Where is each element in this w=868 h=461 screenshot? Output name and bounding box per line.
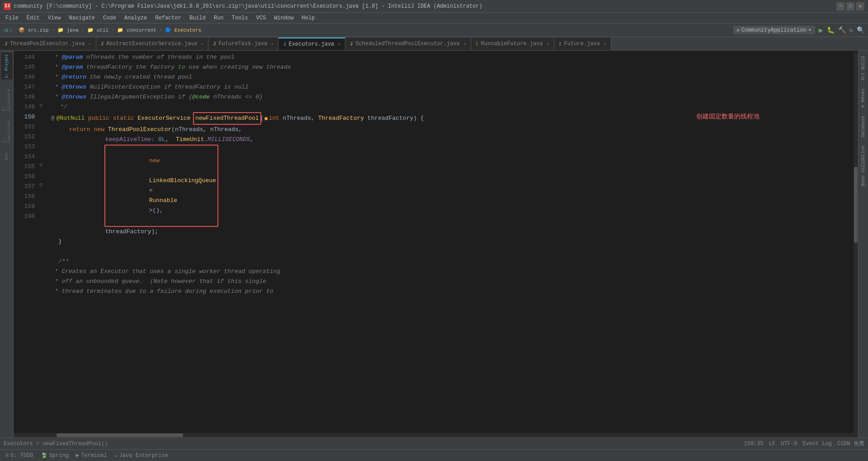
tab-scheduledthreadpoolexecutor[interactable]: J ScheduledThreadPoolExecutor.java ✕ <box>345 38 471 50</box>
tab-abstractexecutorservice[interactable]: J AbstractExecutorService.java ✕ <box>96 38 209 50</box>
panel-project[interactable]: 1: Project <box>1 52 13 80</box>
horizontal-scrollbar[interactable] <box>14 433 858 437</box>
tab-interface-icon-2: I <box>559 42 561 47</box>
code-line-151: return new ThreadPoolExecutor (nThreads,… <box>51 125 850 135</box>
spring-icon: 🍃 <box>41 452 47 459</box>
code-line-157: /** <box>51 257 850 267</box>
bottom-spring[interactable]: 🍃 Spring <box>37 451 72 460</box>
tab-executors[interactable]: J Executors.java ✕ <box>278 38 345 50</box>
close-button[interactable]: ✕ <box>856 2 864 10</box>
maximize-button[interactable]: □ <box>846 2 854 10</box>
tab-futuretask[interactable]: J FutureTask.java ✕ <box>208 38 278 50</box>
status-position[interactable]: 150:35 <box>744 441 764 447</box>
menu-run[interactable]: Run <box>210 14 227 22</box>
menu-file[interactable]: File <box>2 14 22 22</box>
minimize-button[interactable]: ─ <box>836 2 844 10</box>
menu-edit[interactable]: Edit <box>23 14 43 22</box>
code-editor[interactable]: 144 145 146 147 148 149 150 151 152 153 … <box>14 51 858 437</box>
menu-build[interactable]: Build <box>186 14 209 22</box>
right-panel-maven[interactable]: m Maven <box>860 85 867 111</box>
right-panel-bean-validation[interactable]: Bean Validation <box>860 142 867 190</box>
tab-java-icon-5: J <box>350 42 353 47</box>
run-config-selector[interactable]: ⚙ CommunityApplication ▾ <box>733 26 815 34</box>
bottom-terminal[interactable]: ▶ Terminal <box>72 451 111 460</box>
terminal-icon: ▶ <box>76 452 79 459</box>
breadcrumb-executors[interactable]: 🔵 Executors <box>165 27 201 33</box>
titlebar: IJ community [F:\community] - C:\Program… <box>0 0 868 13</box>
title-text: community [F:\community] - C:\Program Fi… <box>14 3 836 9</box>
tab-close-runnablefuture[interactable]: ✕ <box>547 41 549 47</box>
menu-code[interactable]: Code <box>99 14 120 22</box>
nav-back-icon[interactable]: ◁ <box>4 26 7 34</box>
code-line-156 <box>51 247 850 257</box>
search-button[interactable]: 🔍 <box>857 26 864 34</box>
tab-close-scheduledthreadpoolexecutor[interactable]: ✕ <box>463 41 466 47</box>
tab-close-futuretask[interactable]: ✕ <box>271 41 274 47</box>
java-enterprise-icon: ☕ <box>114 452 118 459</box>
main-area: 1: Project Z: Structure 2: Favorites Web… <box>0 51 868 437</box>
status-encoding[interactable]: UTF-8 <box>781 441 797 447</box>
statusbar-right: 150:35 LF UTF-8 Event Log CSDN 免费 <box>744 440 864 447</box>
tab-threadpoolexecutor[interactable]: J ThreadPoolExecutor.java ✕ <box>0 38 96 50</box>
todo-icon: ≡ <box>5 452 9 459</box>
code-line-159: * off an unbounded queue. (Note however … <box>51 277 850 287</box>
code-line-153: new LinkedBlockingQueue < Runnable >(), <box>51 145 850 227</box>
bottom-todo[interactable]: ≡ 6: TODO <box>2 452 37 460</box>
status-event-log[interactable]: Event Log <box>802 441 832 447</box>
breadcrumb-java[interactable]: 📁 java <box>57 27 79 33</box>
menu-navigate[interactable]: Navigate <box>65 14 99 22</box>
fold-icon-150[interactable]: ▽ <box>39 102 42 109</box>
menubar: File Edit View Navigate Code Analyze Ref… <box>0 13 868 24</box>
code-line-149: */ <box>51 102 850 112</box>
highlight-linkedblockingqueue: new LinkedBlockingQueue < Runnable >(), <box>104 145 218 227</box>
right-panel-artbuild[interactable]: Art Build <box>860 52 867 84</box>
menu-vcs[interactable]: VCS <box>253 14 270 22</box>
tab-interface-icon: I <box>476 42 478 47</box>
tab-java-icon-4: J <box>283 42 286 47</box>
code-line-152: keepAliveTime: 0L , TimeUnit . MILLISECO… <box>51 135 850 145</box>
menu-view[interactable]: View <box>44 14 65 22</box>
code-lines[interactable]: * @param nThreads the number of threads … <box>47 52 854 433</box>
bottombar: ≡ 6: TODO 🍃 Spring ▶ Terminal ☕ Java Ent… <box>0 449 868 461</box>
menu-refactor[interactable]: Refactor <box>151 14 185 22</box>
breadcrumb-zip[interactable]: 📦 src.zip <box>19 27 49 33</box>
breadcrumb-concurrent[interactable]: 📁 concurrent <box>117 27 156 33</box>
vertical-scrollbar[interactable] <box>854 52 858 433</box>
debug-button[interactable]: 🐛 <box>827 26 835 34</box>
tab-close-threadpoolexecutor[interactable]: ✕ <box>89 41 91 47</box>
panel-favorites[interactable]: 2: Favorites <box>1 116 13 143</box>
tab-java-icon-3: J <box>213 42 216 47</box>
tab-java-icon-2: J <box>101 42 104 47</box>
tab-runnablefuture[interactable]: I RunnableFuture.java ✕ <box>471 38 554 50</box>
editor-tabs: J ThreadPoolExecutor.java ✕ J AbstractEx… <box>0 37 868 51</box>
menu-analyze[interactable]: Analyze <box>121 14 151 22</box>
status-csdn[interactable]: CSDN 免费 <box>837 440 864 447</box>
menu-window[interactable]: Window <box>270 14 297 22</box>
update-button[interactable]: ↻ <box>849 26 853 34</box>
window-controls: ─ □ ✕ <box>836 2 864 10</box>
run-button[interactable]: ▶ <box>819 26 823 35</box>
build-button[interactable]: 🔨 <box>838 26 846 34</box>
tab-future[interactable]: I Future.java ✕ <box>554 38 611 50</box>
code-line-154: threadFactory); <box>51 227 850 237</box>
tab-close-executors[interactable]: ✕ <box>338 42 340 47</box>
tab-close-future[interactable]: ✕ <box>604 41 606 47</box>
editor-gutter: ▽ ▽ ▽ <box>38 52 47 433</box>
breadcrumb-util[interactable]: 📁 util <box>87 27 108 33</box>
status-line-ending[interactable]: LF <box>769 441 775 447</box>
bottom-java-enterprise[interactable]: ☕ Java Enterprise <box>111 451 172 460</box>
panel-structure[interactable]: Z: Structure <box>1 84 13 111</box>
panel-web[interactable]: Web <box>1 147 13 165</box>
menu-help[interactable]: Help <box>298 14 318 22</box>
menu-tools[interactable]: Tools <box>228 14 252 22</box>
right-panel-database[interactable]: Database <box>860 112 867 141</box>
fold-icon-157[interactable]: ▽ <box>39 182 42 188</box>
nav-forward-icon: ▷ <box>9 26 13 34</box>
app-icon: IJ <box>4 3 11 10</box>
code-line-150: @ @NotNull public static ExecutorService… <box>51 112 850 125</box>
h-scrollbar-thumb[interactable] <box>57 433 183 437</box>
scrollbar-thumb[interactable] <box>854 167 858 243</box>
tab-close-abstractexecutorservice[interactable]: ✕ <box>201 41 203 47</box>
breakpoint-dot <box>264 117 268 120</box>
fold-icon-155[interactable]: ▽ <box>39 162 42 169</box>
